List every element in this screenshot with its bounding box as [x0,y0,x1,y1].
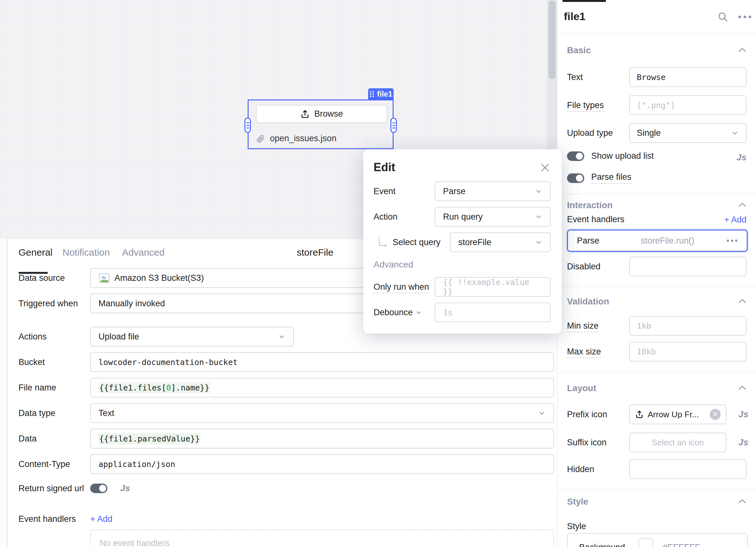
data-type-label: Data type [18,408,55,418]
bucket-input[interactable]: lowcoder-documentation-bucket [90,352,554,372]
disabled-input[interactable] [629,257,746,276]
data-label: Data [18,434,37,444]
bucket-label: Bucket [18,357,45,367]
event-handlers-label: Event handlers [18,514,76,524]
suffix-icon-select[interactable]: Select an icon [629,433,726,452]
file-name-input[interactable]: {{file1.files[0].name}} [90,378,554,397]
max-size-input[interactable]: 10kb [629,342,746,361]
no-event-handlers-text: No event handlers [100,538,170,547]
close-icon[interactable] [540,163,550,173]
collapse-chevron-icon[interactable] [738,499,746,504]
background-color-value[interactable]: #FFFFFF [663,542,700,547]
file-upload-widget[interactable]: Browse open_issues.json [248,99,394,149]
debounce-input[interactable]: 1s [435,303,551,322]
text-input[interactable]: Browse [629,67,746,87]
query-list-collapsed-strip [0,238,8,547]
actions-select[interactable]: Upload file [90,327,294,346]
resize-handle-left[interactable] [244,118,251,133]
min-size-label: Min size [567,321,599,331]
divider [557,286,756,287]
suffix-icon-placeholder: Select an icon [652,438,704,448]
content-type-input[interactable]: application/json [90,454,554,474]
browse-button[interactable]: Browse [256,105,387,123]
data-input[interactable]: {{file1.parsedValue}} [90,429,554,449]
add-event-handler-button[interactable]: + Add [90,514,113,524]
action-select[interactable]: Run query [435,207,551,227]
select-query-value: storeFile [458,237,491,247]
uploaded-file-item[interactable]: open_issues.json [256,134,337,143]
data-row: Data {{file1.parsedValue}} [8,429,557,449]
widget-tag-label: file1 [377,90,392,98]
section-header-validation[interactable]: Validation [567,296,609,307]
data-type-select[interactable]: Text [90,403,554,423]
js-toggle-icon[interactable]: Js [737,152,746,163]
select-query-select[interactable]: storeFile [450,232,551,252]
bucket-value: lowcoder-documentation-bucket [98,358,238,367]
content-type-row: Content-Type application/json [8,454,557,474]
add-event-handler-button[interactable]: + Add [724,215,746,225]
js-toggle-icon[interactable]: Js [120,483,130,493]
actions-value: Upload file [98,332,139,342]
tab-notification[interactable]: Notification [62,247,110,258]
show-upload-list-toggle[interactable] [567,151,584,161]
only-run-when-label: Only run when [374,282,429,292]
only-run-when-input[interactable]: {{ !!example.value }} [435,277,551,297]
collapse-chevron-icon[interactable] [738,47,746,53]
file-name-row: File name {{file1.files[0].name}} [8,378,557,397]
triggered-when-value: Manually invoked [98,299,165,309]
chevron-down-icon[interactable] [415,309,422,316]
file-types-input[interactable]: [".png"] [629,95,746,115]
file-types-placeholder: [".png"] [637,101,675,110]
edit-event-handler-modal: Edit Event Parse Action Run query Select… [363,149,562,333]
component-name-title[interactable]: file1 [564,10,585,23]
parse-files-label: Parse files [591,172,631,184]
hidden-input[interactable] [629,459,746,479]
js-toggle-icon[interactable]: Js [738,409,748,419]
style-properties-card: Background #FFFFFF [567,533,748,547]
event-select[interactable]: Parse [435,181,551,201]
show-upload-list-label: Show upload list [591,151,654,161]
inspector-active-tab-indicator [563,0,606,2]
parse-files-toggle[interactable] [567,173,584,183]
data-source-value: Amazon S3 Bucket(S3) [114,273,204,283]
content-type-label: Content-Type [18,459,70,469]
event-handler-item[interactable]: Parse storeFile.run() [567,230,748,252]
drag-handle-icon[interactable] [369,90,374,98]
tab-advanced[interactable]: Advanced [122,247,164,258]
chevron-down-icon [731,129,739,137]
disabled-label: Disabled [567,262,600,272]
uploaded-file-name: open_issues.json [270,134,337,143]
section-header-interaction[interactable]: Interaction [567,200,613,210]
widget-selection-tag[interactable]: file1 [368,88,394,99]
upload-type-select[interactable]: Single [629,123,746,143]
collapse-chevron-icon[interactable] [738,298,746,304]
action-value: Run query [443,212,483,222]
collapse-chevron-icon[interactable] [738,202,746,208]
resize-handle-right[interactable] [390,118,397,133]
background-color-swatch[interactable] [638,538,653,547]
js-toggle-icon[interactable]: Js [738,437,748,448]
canvas-scrollbar-thumb[interactable] [549,1,556,79]
section-header-layout[interactable]: Layout [567,383,596,393]
chevron-down-icon [535,213,542,221]
collapse-chevron-icon[interactable] [738,385,746,391]
handler-action: storeFile.run() [641,236,694,246]
tab-general[interactable]: General [18,247,53,258]
chevron-down-icon [538,409,546,417]
file-name-label: File name [18,383,56,393]
handler-more-icon[interactable] [726,239,738,243]
style-label: Style [567,521,586,531]
return-signed-url-toggle[interactable] [90,484,107,493]
divider [557,490,756,490]
remove-icon-button[interactable]: ✕ [710,409,721,420]
show-upload-list-row: Show upload list [567,151,654,161]
min-size-input[interactable]: 1kb [629,316,746,336]
section-header-style[interactable]: Style [567,497,588,507]
section-header-basic[interactable]: Basic [567,45,591,55]
chevron-down-icon [278,333,286,340]
file-name-value: {{file1.files[0].name}} [98,382,210,393]
prefix-icon-select[interactable]: Arrow Up Fr... ✕ [629,405,726,424]
divider [557,372,756,373]
search-icon[interactable] [717,11,729,23]
more-options-icon[interactable] [738,14,752,20]
